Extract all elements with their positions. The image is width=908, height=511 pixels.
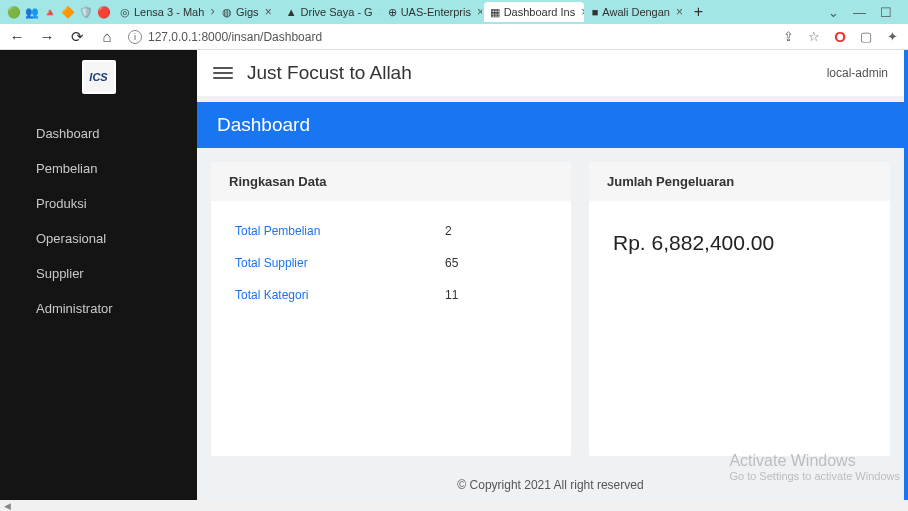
app-title: Just Focust to Allah bbox=[247, 62, 412, 84]
reload-button[interactable]: ⟳ bbox=[68, 28, 86, 46]
forward-button[interactable]: → bbox=[38, 28, 56, 46]
browser-tab-strip: 🟢 👥 🔺 🔶 🛡️ 🔴 ◎Lensa 3 - Mah× ◍Gigs× ▲Dri… bbox=[0, 0, 908, 24]
page-title: Dashboard bbox=[197, 102, 904, 148]
site-info-icon[interactable]: i bbox=[128, 30, 142, 44]
bookmark-icon[interactable]: ☆ bbox=[806, 29, 822, 45]
window-minimize-icon[interactable]: ⌄ bbox=[828, 5, 839, 20]
browser-toolbar: ← → ⟳ ⌂ i 127.0.0.1:8000/insan/Dashboard… bbox=[0, 24, 908, 50]
browser-tab[interactable]: ▲Drive Saya - G× bbox=[280, 2, 380, 22]
close-icon[interactable]: × bbox=[676, 5, 683, 19]
sidebar-item-pembelian[interactable]: Pembelian bbox=[0, 151, 197, 186]
sidebar-item-dashboard[interactable]: Dashboard bbox=[0, 116, 197, 151]
tab-favicon[interactable]: 👥 bbox=[24, 4, 40, 20]
sidebar-item-operasional[interactable]: Operasional bbox=[0, 221, 197, 256]
sidebar-item-administrator[interactable]: Administrator bbox=[0, 291, 197, 326]
new-tab-button[interactable]: + bbox=[688, 3, 709, 21]
close-icon[interactable]: × bbox=[210, 5, 214, 19]
horizontal-scrollbar[interactable]: ◀ bbox=[0, 500, 908, 511]
sidebar-item-produksi[interactable]: Produksi bbox=[0, 186, 197, 221]
opera-icon[interactable]: O bbox=[832, 29, 848, 45]
close-icon[interactable]: × bbox=[379, 5, 380, 19]
browser-tab-active[interactable]: ▦Dashboard Ins× bbox=[484, 2, 584, 22]
summary-value: 65 bbox=[445, 256, 458, 270]
menu-toggle-icon[interactable] bbox=[213, 67, 233, 79]
expense-amount: Rp. 6,882,400.00 bbox=[589, 201, 890, 275]
tab-favicon[interactable]: 🛡️ bbox=[78, 4, 94, 20]
expense-card: Jumlah Pengeluaran Rp. 6,882,400.00 bbox=[589, 162, 890, 456]
summary-row: Total Supplier 65 bbox=[211, 247, 571, 279]
close-icon[interactable]: × bbox=[581, 5, 583, 19]
extensions-icon[interactable]: ✦ bbox=[884, 29, 900, 45]
summary-card: Ringkasan Data Total Pembelian 2 Total S… bbox=[211, 162, 571, 456]
tab-favicon[interactable]: 🟢 bbox=[6, 4, 22, 20]
back-button[interactable]: ← bbox=[8, 28, 26, 46]
logo[interactable]: ICS bbox=[82, 60, 116, 94]
main-content: Just Focust to Allah local-admin Dashboa… bbox=[197, 50, 908, 500]
browser-tab[interactable]: ⊕UAS-Enterpris× bbox=[382, 2, 482, 22]
summary-row: Total Pembelian 2 bbox=[211, 215, 571, 247]
tab-favicon[interactable]: 🔶 bbox=[60, 4, 76, 20]
summary-card-title: Ringkasan Data bbox=[211, 162, 571, 201]
summary-value: 2 bbox=[445, 224, 452, 238]
user-label[interactable]: local-admin bbox=[827, 66, 888, 80]
window-maximize-icon[interactable]: ☐ bbox=[880, 5, 892, 20]
browser-tab[interactable]: ■Awali Dengan× bbox=[586, 2, 686, 22]
sidebar: ICS Dashboard Pembelian Produksi Operasi… bbox=[0, 50, 197, 500]
url-text: 127.0.0.1:8000/insan/Dashboard bbox=[148, 30, 322, 44]
browser-tab[interactable]: ◍Gigs× bbox=[216, 2, 278, 22]
window-minimize-icon[interactable]: — bbox=[853, 5, 866, 20]
summary-value: 11 bbox=[445, 288, 458, 302]
summary-row: Total Kategori 11 bbox=[211, 279, 571, 311]
tab-favicon[interactable]: 🔴 bbox=[96, 4, 112, 20]
close-icon[interactable]: × bbox=[477, 5, 482, 19]
save-icon[interactable]: ▢ bbox=[858, 29, 874, 45]
share-icon[interactable]: ⇪ bbox=[780, 29, 796, 45]
sidebar-item-supplier[interactable]: Supplier bbox=[0, 256, 197, 291]
browser-tab[interactable]: ◎Lensa 3 - Mah× bbox=[114, 2, 214, 22]
topbar: Just Focust to Allah local-admin bbox=[197, 50, 904, 96]
summary-link-kategori[interactable]: Total Kategori bbox=[235, 288, 445, 302]
close-icon[interactable]: × bbox=[265, 5, 272, 19]
home-button[interactable]: ⌂ bbox=[98, 28, 116, 46]
summary-link-supplier[interactable]: Total Supplier bbox=[235, 256, 445, 270]
tab-favicon[interactable]: 🔺 bbox=[42, 4, 58, 20]
footer-text: © Copyright 2021 All right reserved bbox=[197, 470, 904, 500]
expense-card-title: Jumlah Pengeluaran bbox=[589, 162, 890, 201]
scroll-left-icon[interactable]: ◀ bbox=[0, 501, 14, 511]
address-bar[interactable]: i 127.0.0.1:8000/insan/Dashboard bbox=[128, 30, 768, 44]
summary-link-pembelian[interactable]: Total Pembelian bbox=[235, 224, 445, 238]
